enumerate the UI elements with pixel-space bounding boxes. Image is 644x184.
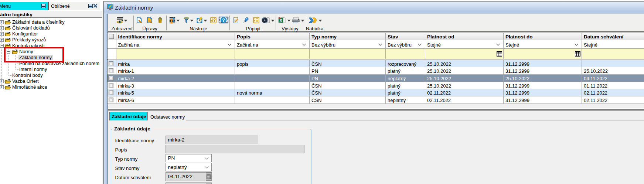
svg-text:X: X xyxy=(280,18,283,23)
svg-text:?: ? xyxy=(222,17,225,23)
